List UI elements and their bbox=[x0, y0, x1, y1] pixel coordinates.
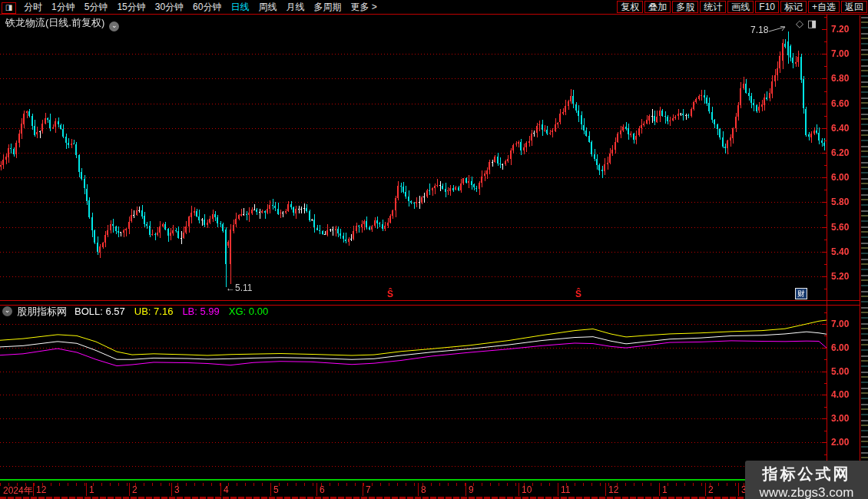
timeline-month-separator bbox=[363, 483, 363, 496]
toolbar-action-button[interactable]: 多股 bbox=[672, 1, 698, 13]
annotation-low-value: 5.11 bbox=[235, 283, 252, 293]
indicator-axis-label: 7.00 bbox=[831, 319, 849, 329]
timeline-month-label: 2 bbox=[708, 484, 714, 495]
timeline-month-separator bbox=[418, 483, 419, 496]
toolbar-period-item[interactable]: 15分钟 bbox=[112, 1, 150, 14]
timeline-month-separator bbox=[738, 483, 739, 496]
price-axis-label: 6.40 bbox=[831, 123, 849, 134]
toolbar-period-item[interactable]: 多周期 bbox=[309, 1, 346, 14]
toolbar-period-item[interactable]: 5分钟 bbox=[80, 1, 113, 14]
price-axis-label: 5.40 bbox=[831, 246, 849, 257]
toolbar-action-button[interactable]: 复权 bbox=[617, 1, 643, 13]
timeline-month-separator bbox=[270, 483, 271, 496]
price-axis-label: 7.00 bbox=[831, 48, 849, 59]
price-axis-label: 6.80 bbox=[831, 73, 849, 84]
chart-title-row: 铁龙物流(日线.前复权)⌄ bbox=[5, 16, 119, 31]
arrow-left-icon: ← bbox=[226, 283, 235, 293]
timeline-month-separator bbox=[316, 483, 317, 496]
indicator-axis-label: 3.00 bbox=[831, 413, 849, 424]
timeline-month-label: 2 bbox=[132, 484, 137, 495]
toolbar-action-button[interactable]: +自选 bbox=[808, 1, 840, 13]
price-axis-label: 7.20 bbox=[831, 24, 849, 35]
dividend-marker-icon[interactable]: Ŝ bbox=[575, 289, 581, 299]
annotation-high: 7.18 bbox=[750, 25, 768, 35]
timeline-month-label: 3 bbox=[174, 484, 180, 495]
indicator-value: LB: 5.99 bbox=[182, 306, 219, 317]
timeline-month-label: 5 bbox=[273, 484, 279, 495]
toolbar-period-item[interactable]: 月线 bbox=[281, 1, 309, 14]
indicator-axis-label: 4.00 bbox=[831, 389, 849, 400]
indicator-axis-label: 6.00 bbox=[831, 342, 849, 353]
timeline-month-label: 12 bbox=[608, 484, 618, 495]
timeline-month-separator bbox=[518, 483, 519, 496]
watermark-box: 指标公式网 www.zbgs3.com bbox=[745, 461, 868, 499]
split-pane-icon[interactable]: ◨ bbox=[2, 2, 16, 14]
top-toolbar: ◨ 分时1分钟5分钟15分钟30分钟60分钟日线周线月线多周期更多 > 复权叠加… bbox=[0, 0, 868, 15]
price-axis-label: 5.60 bbox=[831, 222, 849, 233]
toolbar-period-item[interactable]: 更多 > bbox=[346, 1, 381, 14]
timeline-month-label: 1 bbox=[89, 484, 94, 495]
indicator-site-label: 股朋指标网 bbox=[17, 305, 67, 319]
toolbar-action-button[interactable]: 标记 bbox=[780, 1, 807, 13]
dividend-marker-icon[interactable]: Ŝ bbox=[387, 289, 393, 299]
finance-report-badge[interactable]: 财 bbox=[795, 288, 807, 299]
screen: ◨ 分时1分钟5分钟15分钟30分钟60分钟日线周线月线多周期更多 > 复权叠加… bbox=[0, 0, 868, 499]
toolbar-action-button[interactable]: 画线 bbox=[727, 1, 754, 13]
chart-canvas[interactable] bbox=[0, 0, 868, 499]
toolbar-period-item[interactable]: 30分钟 bbox=[151, 1, 188, 14]
timeline-ticks bbox=[0, 483, 827, 486]
price-axis-label: 6.20 bbox=[831, 147, 849, 158]
timeline-month-separator bbox=[465, 483, 466, 496]
timeline-month-separator bbox=[129, 483, 130, 496]
pane-icon[interactable]: ◨ bbox=[807, 18, 817, 29]
timeline-month-separator bbox=[171, 483, 172, 496]
indicator-value: UB: 7.16 bbox=[134, 306, 174, 317]
timeline-month-separator bbox=[659, 483, 660, 496]
indicator-value: BOLL: 6.57 bbox=[75, 306, 125, 317]
toolbar-action-button[interactable]: F10 bbox=[755, 1, 779, 13]
price-axis-label: 6.60 bbox=[831, 98, 849, 109]
toolbar-period-item[interactable]: 周线 bbox=[253, 1, 281, 14]
toolbar-right: 复权叠加多股统计画线F10标记+自选返回 bbox=[615, 1, 867, 13]
toolbar-action-button[interactable]: 返回 bbox=[841, 1, 867, 13]
indicator-axis-label: 2.00 bbox=[831, 437, 849, 448]
timeline-month-label: 7 bbox=[366, 484, 371, 495]
indicator-header: ⌄ 股朋指标网 BOLL: 6.57UB: 7.16LB: 5.99XG: 0.… bbox=[2, 306, 277, 317]
toolbar-period-item[interactable]: 60分钟 bbox=[188, 1, 226, 14]
timeline-month-label: 10 bbox=[522, 484, 532, 495]
timeline-month-separator bbox=[86, 483, 87, 496]
price-axis-label: 5.20 bbox=[831, 271, 849, 282]
timeline-month-label: 1 bbox=[662, 484, 668, 495]
timeline-year-label: 2024年 bbox=[3, 484, 33, 497]
toolbar-action-button[interactable]: 叠加 bbox=[644, 1, 671, 13]
timeline-month-label: 12 bbox=[36, 484, 46, 495]
indicator-value: XG: 0.00 bbox=[229, 306, 268, 317]
timeline-month-separator bbox=[705, 483, 706, 496]
timeline-month-label: 6 bbox=[320, 484, 325, 495]
timeline-month-label: 4 bbox=[224, 484, 229, 495]
diamond-icon[interactable]: ◇ bbox=[796, 18, 803, 29]
price-axis-label: 5.80 bbox=[831, 197, 849, 207]
toolbar-period-item[interactable]: 日线 bbox=[226, 1, 253, 14]
timeline-month-separator bbox=[558, 483, 558, 496]
timeline-month-separator bbox=[220, 483, 221, 496]
watermark-url: www.zbgs3.com bbox=[745, 485, 868, 499]
toolbar-period-item[interactable]: 1分钟 bbox=[47, 1, 80, 14]
chart-title: 铁龙物流(日线.前复权) bbox=[5, 17, 104, 28]
toolbar-action-button[interactable]: 统计 bbox=[700, 1, 726, 13]
timeline-month-separator bbox=[605, 483, 606, 496]
timeline-month-label: 11 bbox=[561, 484, 570, 495]
annotation-low: ←5.11 bbox=[226, 283, 252, 293]
timeline-month-separator bbox=[33, 483, 34, 496]
timeline-month-label: 8 bbox=[421, 484, 426, 495]
timeline-month-label: 9 bbox=[469, 484, 474, 495]
collapse-chevron-icon[interactable]: ⌄ bbox=[2, 306, 12, 316]
right-panel-strip bbox=[861, 17, 868, 459]
chevron-down-icon[interactable]: ⌄ bbox=[109, 21, 119, 31]
indicator-axis-label: 5.00 bbox=[831, 366, 849, 377]
watermark-title: 指标公式网 bbox=[745, 464, 868, 484]
price-axis-label: 6.00 bbox=[831, 172, 849, 183]
toolbar-period-item[interactable]: 分时 bbox=[19, 1, 47, 14]
